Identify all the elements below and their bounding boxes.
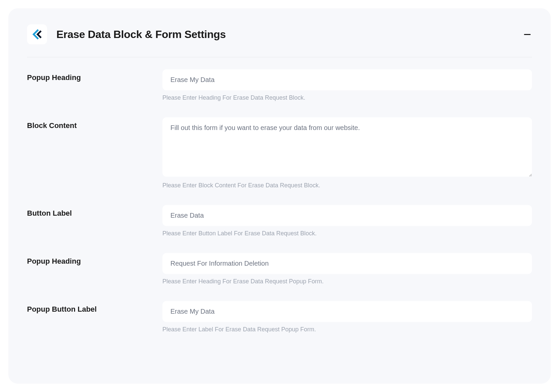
form-row-popup-heading-2: Popup Heading Please Enter Heading For E… — [27, 253, 532, 285]
minus-icon — [524, 34, 531, 35]
help-text: Please Enter Button Label For Erase Data… — [162, 230, 532, 237]
panel-header-left: Erase Data Block & Form Settings — [27, 24, 226, 44]
help-text: Please Enter Heading For Erase Data Requ… — [162, 94, 532, 101]
field-control-wrap: Please Enter Button Label For Erase Data… — [162, 205, 532, 237]
panel-title: Erase Data Block & Form Settings — [56, 28, 226, 41]
panel-header: Erase Data Block & Form Settings — [27, 24, 532, 57]
collapse-button[interactable] — [523, 30, 532, 39]
field-control-wrap: Please Enter Heading For Erase Data Requ… — [162, 253, 532, 285]
help-text: Please Enter Block Content For Erase Dat… — [162, 182, 532, 189]
help-text: Please Enter Heading For Erase Data Requ… — [162, 278, 532, 285]
field-label: Popup Button Label — [27, 301, 162, 333]
field-label: Button Label — [27, 205, 162, 237]
chevron-logo-icon — [31, 29, 43, 40]
help-text: Please Enter Label For Erase Data Reques… — [162, 326, 532, 333]
settings-panel: Erase Data Block & Form Settings Popup H… — [8, 8, 551, 384]
form-row-popup-button-label: Popup Button Label Please Enter Label Fo… — [27, 301, 532, 333]
button-label-input[interactable] — [162, 205, 532, 226]
field-label: Popup Heading — [27, 69, 162, 101]
logo-box — [27, 24, 47, 44]
block-content-textarea[interactable] — [162, 117, 532, 177]
popup-button-label-input[interactable] — [162, 301, 532, 322]
popup-heading-input[interactable] — [162, 69, 532, 90]
form-row-block-content: Block Content Please Enter Block Content… — [27, 117, 532, 189]
field-label: Block Content — [27, 117, 162, 189]
field-control-wrap: Please Enter Block Content For Erase Dat… — [162, 117, 532, 189]
field-control-wrap: Please Enter Label For Erase Data Reques… — [162, 301, 532, 333]
form-row-button-label: Button Label Please Enter Button Label F… — [27, 205, 532, 237]
field-label: Popup Heading — [27, 253, 162, 285]
popup-heading-2-input[interactable] — [162, 253, 532, 274]
field-control-wrap: Please Enter Heading For Erase Data Requ… — [162, 69, 532, 101]
svg-rect-0 — [524, 34, 531, 35]
form-row-popup-heading-1: Popup Heading Please Enter Heading For E… — [27, 69, 532, 101]
